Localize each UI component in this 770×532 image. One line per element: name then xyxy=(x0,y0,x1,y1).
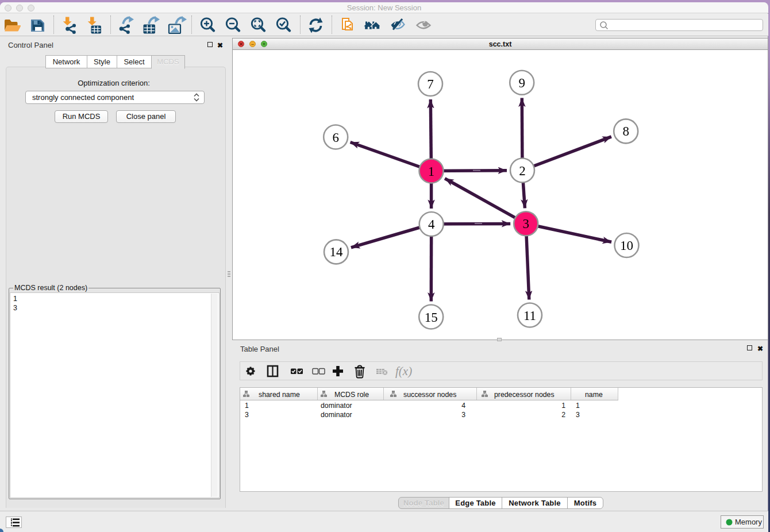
svg-text:2: 2 xyxy=(561,411,565,419)
svg-text:9: 9 xyxy=(518,76,525,90)
svg-text:1: 1 xyxy=(576,402,580,410)
svg-text:dominator: dominator xyxy=(321,411,352,419)
svg-text:successor nodes: successor nodes xyxy=(403,391,456,399)
svg-text:1: 1 xyxy=(428,164,435,179)
svg-text:3: 3 xyxy=(522,217,529,231)
svg-text:predecessor nodes: predecessor nodes xyxy=(494,391,555,399)
svg-text:15: 15 xyxy=(425,310,438,325)
svg-text:10: 10 xyxy=(620,238,633,253)
svg-text:name: name xyxy=(585,391,603,399)
svg-text:f(x): f(x) xyxy=(395,364,412,378)
svg-text:shared name: shared name xyxy=(259,391,300,399)
svg-text:3: 3 xyxy=(461,411,465,419)
svg-text:3: 3 xyxy=(576,411,580,419)
svg-text:8: 8 xyxy=(622,124,629,138)
svg-text:3: 3 xyxy=(245,411,249,419)
svg-text:1: 1 xyxy=(245,402,249,410)
svg-text:MCDS role: MCDS role xyxy=(334,391,369,399)
svg-text:1: 1 xyxy=(561,402,565,410)
svg-text:dominator: dominator xyxy=(321,402,352,410)
svg-text:4: 4 xyxy=(461,402,465,410)
svg-text:6: 6 xyxy=(332,130,339,145)
svg-text:14: 14 xyxy=(330,245,344,259)
svg-text:2: 2 xyxy=(519,164,526,178)
svg-text:7: 7 xyxy=(427,77,434,91)
svg-text:4: 4 xyxy=(428,217,435,232)
svg-text:11: 11 xyxy=(523,309,536,323)
